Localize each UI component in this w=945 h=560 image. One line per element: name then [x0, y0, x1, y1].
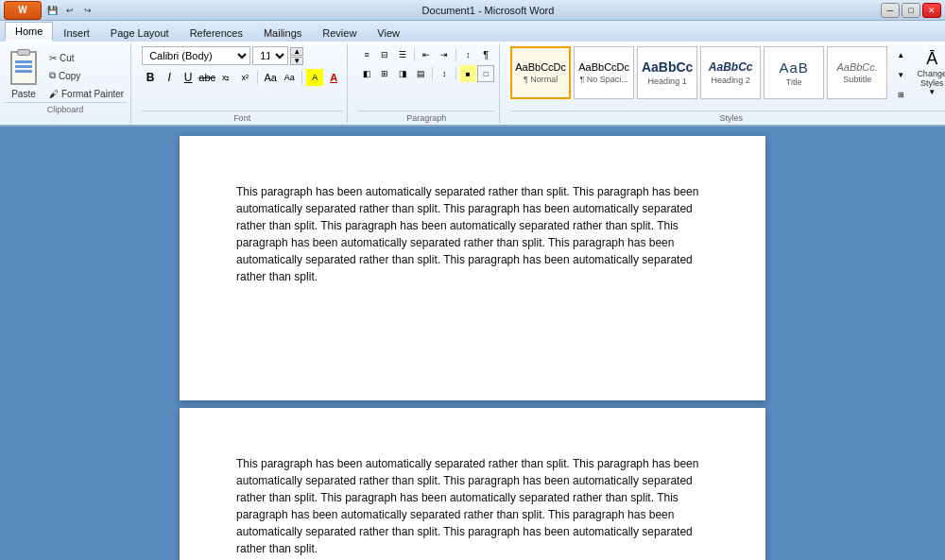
style-title-label: Title [786, 77, 802, 87]
maximize-button[interactable]: □ [902, 3, 920, 18]
multilevel-list-button[interactable]: ☰ [394, 46, 411, 63]
justify-button[interactable]: ▤ [412, 65, 429, 82]
clipboard-group: Paste ✂ Cut ⧉ Copy 🖌 Format Painter [0, 43, 131, 123]
format-painter-button[interactable]: 🖌 Format Painter [46, 85, 127, 102]
paste-label: Paste [11, 89, 36, 99]
change-case-button[interactable]: Aa [281, 69, 298, 86]
style-nospace-preview: AaBbCcDc [578, 61, 629, 73]
style-nospace[interactable]: AaBbCcDc ¶ No Spaci... [574, 46, 634, 99]
ribbon: Paste ✂ Cut ⧉ Copy 🖌 Format Painter [0, 42, 945, 127]
font-size-decrease[interactable]: ▼ [290, 57, 303, 65]
style-h1-label: Heading 1 [648, 76, 687, 86]
tab-references[interactable]: References [180, 24, 253, 42]
qa-redo[interactable]: ↪ [80, 4, 95, 17]
font-label: Font [142, 110, 342, 123]
para-top-row: ≡ ⊟ ☰ ⇤ ⇥ ↕ ¶ [358, 46, 494, 63]
style-nospace-label: ¶ No Spaci... [579, 75, 627, 84]
tab-review[interactable]: Review [312, 24, 367, 42]
clear-format-button[interactable]: Aa [262, 69, 279, 86]
style-title-preview: AaB [779, 59, 808, 76]
page-1-text[interactable]: This paragraph has been automatically se… [236, 183, 709, 285]
style-h1-preview: AaBbCc [642, 59, 693, 75]
paste-button[interactable]: Paste [4, 47, 43, 99]
line-spacing-button[interactable]: ↕ [436, 65, 453, 82]
align-center-button[interactable]: ⊞ [376, 65, 393, 82]
font-formatting-row: B I U abc x₂ x² Aa Aa A A [142, 69, 342, 86]
style-normal-preview: AaBbCcDc [515, 61, 566, 73]
sort-button[interactable]: ↕ [459, 46, 476, 63]
document-scroll[interactable]: This paragraph has been automatically se… [0, 127, 945, 560]
styles-expand[interactable]: ⊞ [892, 86, 909, 103]
numbered-list-button[interactable]: ⊟ [376, 46, 393, 63]
style-heading1[interactable]: AaBbCc Heading 1 [637, 46, 697, 99]
show-formatting-button[interactable]: ¶ [477, 46, 494, 63]
change-styles-dropdown-icon: ▼ [928, 88, 936, 96]
styles-group: AaBbCcDc ¶ Normal AaBbCcDc ¶ No Spaci...… [506, 43, 945, 123]
bullets-button[interactable]: ≡ [358, 46, 375, 63]
paragraph-label: Paragraph [358, 110, 494, 123]
font-size-select[interactable]: 11 [252, 46, 288, 65]
office-button[interactable]: W [4, 1, 42, 20]
paragraph-group: ≡ ⊟ ☰ ⇤ ⇥ ↕ ¶ ◧ ⊞ ◨ ▤ ↕ ■ □ Pa [353, 43, 500, 123]
strikethrough-button[interactable]: abc [198, 69, 215, 86]
page-1: This paragraph has been automatically se… [180, 136, 765, 400]
minimize-button[interactable]: ─ [881, 3, 900, 18]
page-2: This paragraph has been automatically se… [180, 408, 765, 560]
style-heading2[interactable]: AaBbCc Heading 2 [700, 46, 761, 99]
tab-view[interactable]: View [367, 24, 410, 42]
qa-undo[interactable]: ↩ [62, 4, 77, 17]
styles-label: Styles [510, 110, 945, 123]
increase-indent-button[interactable]: ⇥ [436, 46, 453, 63]
format-painter-icon: 🖌 [49, 89, 59, 99]
document-container: This paragraph has been automatically se… [0, 127, 945, 560]
page-2-text[interactable]: This paragraph has been automatically se… [236, 455, 709, 557]
superscript-button[interactable]: x² [236, 69, 253, 86]
font-family-select[interactable]: Calibri (Body) [142, 46, 250, 65]
styles-scroll-down[interactable]: ▼ [892, 66, 909, 83]
style-subtitle-preview: AaBbCc. [836, 61, 877, 73]
tab-mailings[interactable]: Mailings [253, 24, 312, 42]
style-h2-preview: AaBbCc [709, 60, 753, 74]
tab-home[interactable]: Home [5, 22, 53, 42]
window-controls: ─ □ ✕ [881, 3, 941, 18]
clipboard-small-buttons: ✂ Cut ⧉ Copy 🖌 Format Painter [46, 47, 127, 102]
shading-button[interactable]: ■ [459, 65, 476, 82]
change-styles-label: Change Styles [915, 69, 945, 88]
style-normal[interactable]: AaBbCcDc ¶ Normal [510, 46, 571, 99]
font-size-increase[interactable]: ▲ [290, 47, 303, 56]
clipboard-label: Clipboard [4, 102, 127, 114]
change-styles-icon: Ā [926, 49, 937, 69]
border-button[interactable]: □ [477, 65, 494, 82]
title-bar: W 💾 ↩ ↪ Document1 - Microsoft Word ─ □ ✕ [0, 0, 945, 21]
highlight-button[interactable]: A [306, 69, 323, 86]
styles-scroll-up[interactable]: ▲ [892, 46, 909, 63]
tab-insert[interactable]: Insert [53, 24, 100, 42]
align-left-button[interactable]: ◧ [358, 65, 375, 82]
change-styles-button[interactable]: Ā Change Styles ▼ [912, 46, 945, 99]
copy-icon: ⧉ [49, 70, 56, 81]
style-normal-label: ¶ Normal [524, 75, 558, 84]
style-subtitle-label: Subtitle [843, 75, 871, 84]
font-group: Calibri (Body) 11 ▲ ▼ B I U abc x₂ x² Aa [137, 43, 348, 123]
font-color-button[interactable]: A [325, 69, 342, 86]
qa-save[interactable]: 💾 [44, 4, 60, 17]
title-bar-left: W 💾 ↩ ↪ [4, 1, 95, 20]
decrease-indent-button[interactable]: ⇤ [418, 46, 435, 63]
style-title[interactable]: AaB Title [764, 46, 824, 99]
window-title: Document1 - Microsoft Word [95, 5, 881, 16]
close-button[interactable]: ✕ [922, 3, 941, 18]
paste-icon [7, 47, 41, 89]
cut-button[interactable]: ✂ Cut [46, 49, 127, 66]
subscript-button[interactable]: x₂ [217, 69, 234, 86]
underline-button[interactable]: U [180, 69, 197, 86]
align-right-button[interactable]: ◨ [394, 65, 411, 82]
copy-button[interactable]: ⧉ Copy [46, 67, 127, 84]
bold-button[interactable]: B [142, 69, 159, 86]
italic-button[interactable]: I [161, 69, 178, 86]
cut-icon: ✂ [49, 53, 57, 63]
para-bottom-row: ◧ ⊞ ◨ ▤ ↕ ■ □ [358, 65, 494, 82]
style-subtitle[interactable]: AaBbCc. Subtitle [827, 46, 887, 99]
ribbon-tabs: Home Insert Page Layout References Maili… [0, 21, 945, 42]
style-h2-label: Heading 2 [712, 76, 750, 85]
tab-page-layout[interactable]: Page Layout [100, 24, 180, 42]
